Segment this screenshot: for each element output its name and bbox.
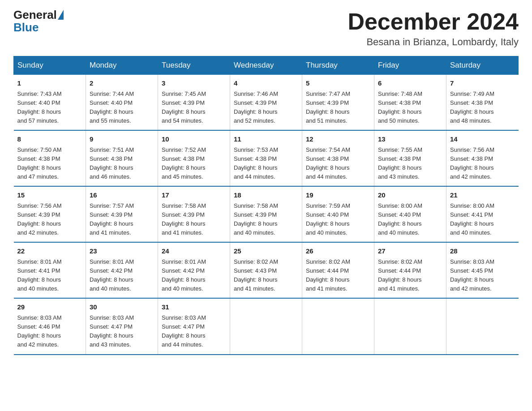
day-info: Sunrise: 8:02 AM Sunset: 4:43 PM Dayligh… [234, 257, 298, 294]
day-info: Sunrise: 7:49 AM Sunset: 4:38 PM Dayligh… [450, 90, 515, 126]
day-number: 28 [450, 246, 515, 257]
day-number: 31 [162, 302, 226, 313]
calendar-cell: 3Sunrise: 7:45 AM Sunset: 4:39 PM Daylig… [158, 75, 230, 131]
calendar-week-row: 29Sunrise: 8:03 AM Sunset: 4:46 PM Dayli… [14, 298, 519, 354]
day-number: 10 [162, 134, 226, 145]
day-info: Sunrise: 7:46 AM Sunset: 4:39 PM Dayligh… [234, 90, 298, 126]
calendar-cell: 6Sunrise: 7:48 AM Sunset: 4:38 PM Daylig… [374, 75, 446, 131]
day-info: Sunrise: 8:01 AM Sunset: 4:41 PM Dayligh… [17, 257, 82, 294]
calendar-week-row: 15Sunrise: 7:56 AM Sunset: 4:39 PM Dayli… [14, 186, 519, 242]
calendar-body: 1Sunrise: 7:43 AM Sunset: 4:40 PM Daylig… [14, 75, 519, 355]
calendar-cell: 9Sunrise: 7:51 AM Sunset: 4:38 PM Daylig… [86, 130, 158, 186]
logo-general-text: General [13, 9, 57, 21]
day-info: Sunrise: 7:58 AM Sunset: 4:39 PM Dayligh… [162, 201, 226, 238]
day-number: 19 [306, 190, 370, 201]
day-number: 24 [162, 246, 226, 257]
logo: General Blue [13, 9, 64, 34]
calendar-cell: 22Sunrise: 8:01 AM Sunset: 4:41 PM Dayli… [14, 242, 86, 298]
calendar-cell: 26Sunrise: 8:02 AM Sunset: 4:44 PM Dayli… [302, 242, 374, 298]
day-info: Sunrise: 7:44 AM Sunset: 4:40 PM Dayligh… [90, 90, 154, 126]
calendar-cell: 18Sunrise: 7:58 AM Sunset: 4:39 PM Dayli… [230, 186, 302, 242]
day-number: 18 [234, 190, 298, 201]
day-number: 15 [17, 190, 82, 201]
col-tuesday: Tuesday [158, 56, 230, 75]
col-friday: Friday [374, 56, 446, 75]
day-number: 26 [306, 246, 370, 257]
day-info: Sunrise: 7:50 AM Sunset: 4:38 PM Dayligh… [17, 146, 82, 182]
calendar-title: December 2024 [348, 9, 519, 34]
day-info: Sunrise: 8:03 AM Sunset: 4:47 PM Dayligh… [90, 313, 154, 350]
calendar-cell: 21Sunrise: 8:00 AM Sunset: 4:41 PM Dayli… [446, 186, 519, 242]
day-number: 21 [450, 190, 515, 201]
header-row: Sunday Monday Tuesday Wednesday Thursday… [14, 56, 519, 75]
calendar-cell [302, 298, 374, 354]
calendar-cell: 11Sunrise: 7:53 AM Sunset: 4:38 PM Dayli… [230, 130, 302, 186]
day-info: Sunrise: 7:59 AM Sunset: 4:40 PM Dayligh… [306, 201, 370, 238]
col-sunday: Sunday [14, 56, 86, 75]
day-number: 8 [17, 134, 82, 145]
col-monday: Monday [86, 56, 158, 75]
calendar-cell: 1Sunrise: 7:43 AM Sunset: 4:40 PM Daylig… [14, 75, 86, 131]
day-info: Sunrise: 8:01 AM Sunset: 4:42 PM Dayligh… [162, 257, 226, 294]
day-number: 4 [234, 78, 298, 89]
day-info: Sunrise: 8:03 AM Sunset: 4:47 PM Dayligh… [162, 313, 226, 350]
calendar-cell: 23Sunrise: 8:01 AM Sunset: 4:42 PM Dayli… [86, 242, 158, 298]
calendar-cell: 15Sunrise: 7:56 AM Sunset: 4:39 PM Dayli… [14, 186, 86, 242]
day-info: Sunrise: 7:58 AM Sunset: 4:39 PM Dayligh… [234, 201, 298, 238]
calendar-cell: 7Sunrise: 7:49 AM Sunset: 4:38 PM Daylig… [446, 75, 519, 131]
day-info: Sunrise: 8:00 AM Sunset: 4:41 PM Dayligh… [450, 201, 515, 238]
day-number: 3 [162, 78, 226, 89]
calendar-cell: 16Sunrise: 7:57 AM Sunset: 4:39 PM Dayli… [86, 186, 158, 242]
day-info: Sunrise: 7:47 AM Sunset: 4:39 PM Dayligh… [306, 90, 370, 126]
day-number: 23 [90, 246, 154, 257]
day-number: 30 [90, 302, 154, 313]
calendar-week-row: 1Sunrise: 7:43 AM Sunset: 4:40 PM Daylig… [14, 75, 519, 131]
day-number: 17 [162, 190, 226, 201]
calendar-cell: 12Sunrise: 7:54 AM Sunset: 4:38 PM Dayli… [302, 130, 374, 186]
calendar-cell [374, 298, 446, 354]
calendar-cell: 30Sunrise: 8:03 AM Sunset: 4:47 PM Dayli… [86, 298, 158, 354]
day-info: Sunrise: 7:48 AM Sunset: 4:38 PM Dayligh… [378, 90, 442, 126]
page-header: General Blue December 2024 Besana in Bri… [13, 9, 519, 48]
calendar-cell: 5Sunrise: 7:47 AM Sunset: 4:39 PM Daylig… [302, 75, 374, 131]
day-info: Sunrise: 7:57 AM Sunset: 4:39 PM Dayligh… [90, 201, 154, 238]
day-number: 20 [378, 190, 442, 201]
calendar-cell: 2Sunrise: 7:44 AM Sunset: 4:40 PM Daylig… [86, 75, 158, 131]
day-number: 22 [17, 246, 82, 257]
day-number: 7 [450, 78, 515, 89]
calendar-header: Sunday Monday Tuesday Wednesday Thursday… [14, 56, 519, 75]
day-info: Sunrise: 7:52 AM Sunset: 4:38 PM Dayligh… [162, 146, 226, 182]
calendar-cell: 28Sunrise: 8:03 AM Sunset: 4:45 PM Dayli… [446, 242, 519, 298]
day-number: 9 [90, 134, 154, 145]
title-block: December 2024 Besana in Brianza, Lombard… [348, 9, 519, 48]
calendar-cell: 10Sunrise: 7:52 AM Sunset: 4:38 PM Dayli… [158, 130, 230, 186]
day-info: Sunrise: 7:51 AM Sunset: 4:38 PM Dayligh… [90, 146, 154, 182]
calendar-cell: 8Sunrise: 7:50 AM Sunset: 4:38 PM Daylig… [14, 130, 86, 186]
day-info: Sunrise: 7:53 AM Sunset: 4:38 PM Dayligh… [234, 146, 298, 182]
col-wednesday: Wednesday [230, 56, 302, 75]
day-info: Sunrise: 8:00 AM Sunset: 4:40 PM Dayligh… [378, 201, 442, 238]
calendar-cell: 27Sunrise: 8:02 AM Sunset: 4:44 PM Dayli… [374, 242, 446, 298]
calendar-subtitle: Besana in Brianza, Lombardy, Italy [348, 36, 519, 48]
day-info: Sunrise: 7:55 AM Sunset: 4:38 PM Dayligh… [378, 146, 442, 182]
calendar-cell: 31Sunrise: 8:03 AM Sunset: 4:47 PM Dayli… [158, 298, 230, 354]
logo-triangle-icon [58, 10, 64, 20]
day-number: 12 [306, 134, 370, 145]
day-number: 16 [90, 190, 154, 201]
day-number: 27 [378, 246, 442, 257]
day-number: 11 [234, 134, 298, 145]
calendar-cell [230, 298, 302, 354]
day-number: 25 [234, 246, 298, 257]
calendar-cell: 25Sunrise: 8:02 AM Sunset: 4:43 PM Dayli… [230, 242, 302, 298]
calendar-cell: 17Sunrise: 7:58 AM Sunset: 4:39 PM Dayli… [158, 186, 230, 242]
calendar-cell: 14Sunrise: 7:56 AM Sunset: 4:38 PM Dayli… [446, 130, 519, 186]
day-number: 14 [450, 134, 515, 145]
col-saturday: Saturday [446, 56, 519, 75]
day-info: Sunrise: 8:03 AM Sunset: 4:46 PM Dayligh… [17, 313, 82, 350]
calendar-week-row: 8Sunrise: 7:50 AM Sunset: 4:38 PM Daylig… [14, 130, 519, 186]
day-info: Sunrise: 8:02 AM Sunset: 4:44 PM Dayligh… [306, 257, 370, 294]
day-info: Sunrise: 7:45 AM Sunset: 4:39 PM Dayligh… [162, 90, 226, 126]
col-thursday: Thursday [302, 56, 374, 75]
calendar-table: Sunday Monday Tuesday Wednesday Thursday… [13, 56, 519, 355]
day-number: 13 [378, 134, 442, 145]
